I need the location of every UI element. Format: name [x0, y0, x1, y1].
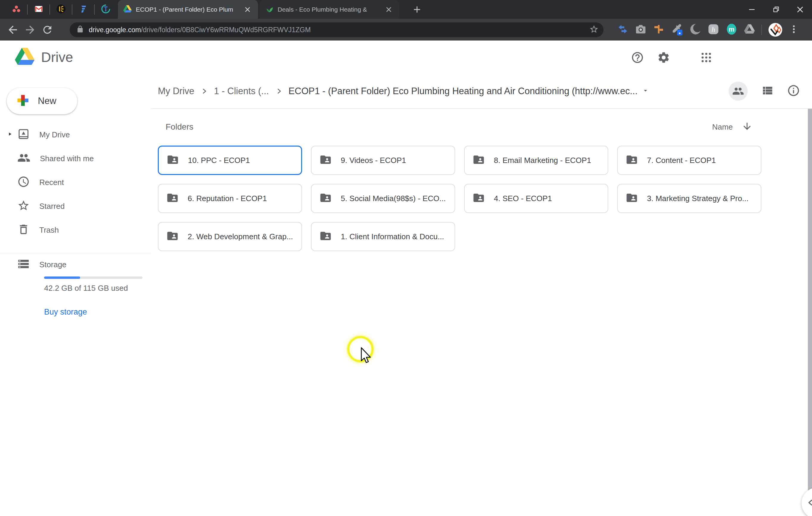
expand-arrow-icon[interactable]: [7, 132, 12, 138]
folder-shared-icon: [319, 153, 332, 167]
sidebar-item-label: Recent: [39, 178, 64, 187]
star-icon: [17, 199, 30, 213]
lock-icon: [76, 25, 84, 34]
folder-card[interactable]: 2. Web Development & Grap...: [158, 222, 302, 251]
folder-shared-icon: [472, 192, 485, 205]
sort-label[interactable]: Name: [712, 122, 733, 132]
breadcrumb: My Drive 1 - Clients (... ECOP1 - (Paren…: [151, 74, 812, 109]
folder-card[interactable]: 8. Email Marketing - ECOP1: [464, 146, 608, 175]
sidebar-item-label: Shared with me: [40, 154, 94, 163]
eyedropper-extension-icon[interactable]: [671, 23, 683, 37]
sidebar-item-label: Trash: [39, 226, 59, 235]
settings-gear-button[interactable]: [657, 51, 670, 64]
profile-avatar[interactable]: [768, 23, 782, 37]
m-extension-icon[interactable]: m: [726, 23, 737, 36]
sidebar-item-storage[interactable]: Storage: [0, 253, 151, 277]
close-window-button[interactable]: [788, 0, 812, 19]
forward-button[interactable]: [22, 21, 39, 38]
folder-name: 4. SEO - ECOP1: [494, 194, 552, 203]
sidebar-item-trash[interactable]: Trash: [0, 218, 151, 242]
list-view-toggle-button[interactable]: [761, 84, 774, 98]
sidebar-item-shared-with-me[interactable]: Shared with me: [0, 147, 151, 170]
info-button[interactable]: [787, 84, 800, 98]
browser-tab-drive[interactable]: ECOP1 - (Parent Folder) Eco Plum: [118, 0, 258, 19]
folder-grid: 10. PPC - ECOP1 9. Videos - ECOP1 8. Ema…: [158, 146, 761, 251]
url-text: drive.google.com/drive/folders/0B8CiwY6w…: [89, 26, 589, 34]
pinned-tab-gmail[interactable]: [28, 0, 50, 19]
browser-menu-kebab-icon[interactable]: [789, 24, 799, 35]
close-tab-icon[interactable]: [384, 4, 394, 15]
pinned-tab-flock[interactable]: [72, 0, 94, 19]
sidebar: New My Drive Shared with me Recent Starr…: [0, 74, 151, 516]
pinned-tab-keap[interactable]: [50, 0, 72, 19]
back-button[interactable]: [4, 21, 22, 38]
sidebar-item-label: Starred: [39, 202, 65, 211]
drive-favicon: [123, 5, 132, 14]
folder-card[interactable]: 6. Reputation - ECOP1: [158, 184, 302, 213]
url-host: drive.google.com: [89, 26, 141, 34]
folder-name: 5. Social Media(98$s) - ECO...: [341, 194, 446, 203]
folder-card[interactable]: 3. Marketing Strategy & Pro...: [617, 184, 761, 213]
pinned-tab-asana[interactable]: [5, 0, 27, 19]
signpost-extension-icon[interactable]: [653, 24, 664, 36]
reload-button[interactable]: [39, 21, 56, 38]
folder-card[interactable]: 1. Client Information & Docu...: [311, 222, 455, 251]
help-button[interactable]: [631, 51, 644, 64]
breadcrumb-current-folder[interactable]: ECOP1 - (Parent Folder) Eco Plumbing Hea…: [289, 86, 638, 96]
drive-logo[interactable]: Drive: [15, 48, 73, 67]
sort-direction-arrow-icon[interactable]: [742, 121, 752, 133]
folder-card[interactable]: 9. Videos - ECOP1: [311, 146, 455, 175]
folder-card[interactable]: 4. SEO - ECOP1: [464, 184, 608, 213]
apps-grid-button[interactable]: [699, 51, 713, 64]
vertical-scrollbar[interactable]: [808, 109, 812, 516]
asana-icon: [12, 4, 21, 15]
restore-button[interactable]: [764, 0, 788, 19]
folder-card[interactable]: 7. Content - ECOP1: [617, 146, 761, 175]
sprout-favicon: [265, 5, 273, 14]
gauge-icon: [101, 4, 111, 15]
folder-shared-icon: [166, 230, 179, 243]
honey-extension-icon[interactable]: h: [708, 24, 719, 36]
folder-name: 9. Videos - ECOP1: [341, 156, 406, 165]
minimize-button[interactable]: [740, 0, 764, 19]
breadcrumb-clients[interactable]: 1 - Clients (...: [214, 86, 269, 96]
camera-extension-icon[interactable]: [635, 24, 646, 36]
scrollbar-thumb[interactable]: [808, 109, 812, 491]
folder-name: 3. Marketing Strategy & Pro...: [647, 194, 749, 203]
folder-name: 1. Client Information & Docu...: [341, 232, 444, 241]
sync-arrows-extension-icon[interactable]: [617, 24, 629, 36]
close-tab-icon[interactable]: [242, 4, 253, 15]
folder-card[interactable]: 5. Social Media(98$s) - ECO...: [311, 184, 455, 213]
new-button[interactable]: New: [6, 88, 78, 114]
folder-name: 7. Content - ECOP1: [647, 156, 716, 165]
chevron-right-icon: [200, 87, 208, 95]
folder-name: 6. Reputation - ECOP1: [188, 194, 267, 203]
sort-control[interactable]: Name: [712, 121, 752, 133]
tab-title: Deals - Eco Plumbing Heating &: [278, 6, 379, 13]
moon-extension-icon[interactable]: [690, 24, 701, 36]
chevron-right-icon: [275, 87, 283, 95]
share-people-button[interactable]: [729, 82, 748, 101]
folder-card[interactable]: 10. PPC - ECOP1: [158, 146, 302, 175]
breadcrumb-actions: [729, 82, 800, 101]
browser-tab-deals[interactable]: Deals - Eco Plumbing Heating &: [260, 0, 399, 19]
section-title: Folders: [166, 122, 193, 132]
folder-menu-caret-icon[interactable]: [642, 87, 649, 96]
buy-storage-link[interactable]: Buy storage: [44, 308, 87, 317]
sidebar-item-my-drive[interactable]: My Drive: [0, 123, 151, 147]
bookmark-star-icon[interactable]: [589, 24, 599, 35]
drive-extension-icon[interactable]: [744, 24, 755, 35]
extensions-row: h m: [617, 19, 799, 40]
browser-window: ECOP1 - (Parent Folder) Eco Plum Deals -…: [0, 0, 812, 516]
sidebar-item-recent[interactable]: Recent: [0, 170, 151, 194]
pinned-tab-client-site[interactable]: [95, 0, 116, 19]
storage-used-text: 42.2 GB of 115 GB used: [44, 284, 128, 293]
toolbar-separator: [761, 24, 762, 35]
sidebar-item-starred[interactable]: Starred: [0, 194, 151, 218]
address-bar[interactable]: drive.google.com/drive/folders/0B8CiwY6w…: [70, 22, 604, 37]
new-tab-button[interactable]: [409, 4, 425, 16]
drive-logo-icon: [15, 48, 34, 67]
mouse-cursor: [359, 347, 372, 367]
google-plus-icon: [17, 94, 29, 108]
breadcrumb-my-drive[interactable]: My Drive: [158, 86, 194, 96]
